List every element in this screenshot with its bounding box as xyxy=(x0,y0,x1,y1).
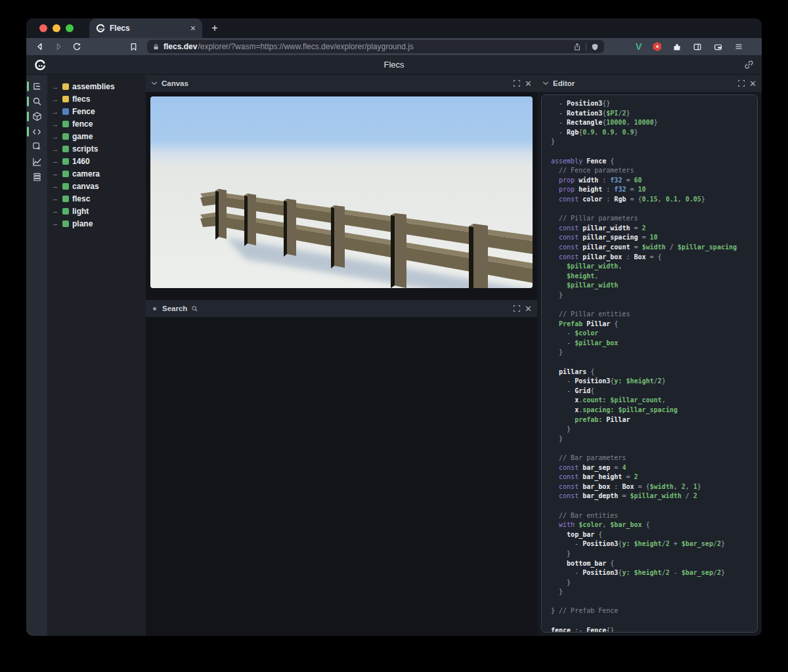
statistics-chart-icon[interactable] xyxy=(26,154,47,169)
chevron-down-icon[interactable] xyxy=(542,81,549,86)
new-tab-button[interactable]: + xyxy=(211,22,218,35)
entity-label: canvas xyxy=(72,182,99,191)
code-line: // Pillar parameters xyxy=(551,214,757,224)
tree-item-plane[interactable]: –plane xyxy=(47,217,146,230)
code-line: const bar_height = 2 xyxy=(551,472,757,482)
fullscreen-icon[interactable] xyxy=(513,79,521,87)
capture-cursor-icon[interactable] xyxy=(26,139,47,154)
bookmark-icon[interactable] xyxy=(126,43,141,51)
search-icon[interactable] xyxy=(26,94,47,109)
code-line: } xyxy=(551,137,757,147)
expand-arrow-icon[interactable]: → xyxy=(51,145,59,153)
collapsed-dot-icon[interactable] xyxy=(153,307,156,310)
leaf-dash-icon: – xyxy=(51,170,59,178)
url-bar[interactable]: flecs.dev /explorer/?wasm=https://www.fl… xyxy=(147,40,604,53)
code-line: } xyxy=(551,291,757,301)
tree-item-fence[interactable]: →fence xyxy=(47,117,146,130)
tab-flecs[interactable]: Flecs × xyxy=(89,18,202,38)
script-editor-icon[interactable] xyxy=(26,124,47,139)
inspector-cube-icon[interactable] xyxy=(26,109,47,124)
leaf-dash-icon: – xyxy=(51,195,59,203)
tree-item-flesc[interactable]: –flesc xyxy=(47,192,146,205)
entity-label: light xyxy=(72,207,89,216)
code-line: x.spacing: $pillar_spacing xyxy=(551,406,757,415)
flecs-favicon xyxy=(96,24,105,33)
extensions-puzzle-icon[interactable] xyxy=(672,42,682,51)
code-line: - Position3{y: $height/2} xyxy=(551,377,757,387)
code-line: const pillar_width = 2 xyxy=(551,224,757,234)
divider xyxy=(586,43,586,51)
tables-stack-icon[interactable] xyxy=(26,169,47,184)
tree-item-1460[interactable]: –1460 xyxy=(47,155,146,167)
share-icon[interactable] xyxy=(573,43,581,51)
canvas-column: Canvas ✕ xyxy=(146,75,537,636)
code-line: - Grid{ xyxy=(551,387,757,396)
entity-color-swatch xyxy=(62,183,69,190)
entity-color-swatch xyxy=(62,108,69,115)
code-line: with $color, $bar_box { xyxy=(551,520,757,530)
sidebar-toggle-icon[interactable] xyxy=(693,43,702,51)
3d-viewport[interactable] xyxy=(150,96,533,288)
forward-button[interactable] xyxy=(51,42,66,51)
code-line: const color : Rgb = {0.15, 0.1, 0.05} xyxy=(551,195,757,205)
code-editor[interactable]: - Position3{} - Rotation3{$PI/2} - Recta… xyxy=(541,94,758,633)
reload-button[interactable] xyxy=(70,42,84,51)
code-line xyxy=(551,597,757,607)
expand-arrow-icon[interactable]: → xyxy=(51,133,59,140)
entity-color-swatch xyxy=(62,121,69,127)
expand-arrow-icon[interactable]: → xyxy=(51,95,59,103)
wallet-icon[interactable] xyxy=(713,43,723,51)
share-link-icon[interactable] xyxy=(744,60,754,70)
code-line: - Position3{y: $height/2 + $bar_sep/2} xyxy=(551,539,757,549)
tree-item-camera[interactable]: –camera xyxy=(47,167,146,180)
fence-render xyxy=(150,96,533,288)
url-host: flecs.dev xyxy=(164,42,197,51)
tree-item-scripts[interactable]: →scripts xyxy=(47,142,146,155)
close-panel-icon[interactable]: ✕ xyxy=(525,304,532,314)
entity-label: flesc xyxy=(72,194,90,203)
expand-arrow-icon[interactable]: → xyxy=(51,120,59,128)
entity-label: assemblies xyxy=(72,82,115,91)
minimize-window-button[interactable] xyxy=(53,24,60,32)
entity-color-swatch xyxy=(62,133,69,140)
code-line: // Fence parameters xyxy=(551,166,757,176)
code-line: // Bar entities xyxy=(551,511,757,521)
entity-color-swatch xyxy=(62,158,69,165)
chevron-down-icon[interactable] xyxy=(151,81,158,86)
tree-item-canvas[interactable]: –canvas xyxy=(47,180,146,192)
expand-arrow-icon[interactable]: → xyxy=(51,108,59,116)
code-line: prop height : f32 = 10 xyxy=(551,185,757,195)
tree-item-assemblies[interactable]: →assemblies xyxy=(47,80,146,93)
code-line: } xyxy=(551,425,757,434)
entity-color-swatch xyxy=(62,196,69,202)
close-window-button[interactable] xyxy=(39,24,47,32)
brave-shield-icon[interactable] xyxy=(591,43,599,51)
entity-tree-icon[interactable] xyxy=(26,79,47,94)
fullscreen-icon[interactable] xyxy=(737,79,745,87)
close-panel-icon[interactable]: ✕ xyxy=(525,79,532,89)
browser-window: Flecs × + flecs.dev /explorer/?wasm=http… xyxy=(26,18,762,636)
tab-strip: Flecs × + xyxy=(26,18,762,38)
expand-arrow-icon[interactable]: → xyxy=(51,83,59,91)
entity-label: 1460 xyxy=(72,157,90,166)
code-line: - Position3{y: $height/2 - $bar_sep/2} xyxy=(551,568,757,578)
code-line: const pillar_count = $width / $pillar_sp… xyxy=(551,243,757,253)
close-panel-icon[interactable]: ✕ xyxy=(749,79,756,89)
tab-close-icon[interactable]: × xyxy=(190,23,196,33)
code-line xyxy=(551,358,757,368)
back-button[interactable] xyxy=(33,42,47,51)
search-panel-body xyxy=(146,317,537,636)
tree-item-Fence[interactable]: →Fence xyxy=(47,105,146,117)
tree-item-game[interactable]: →game xyxy=(47,130,146,142)
code-line: bottom_bar { xyxy=(551,559,757,569)
fullscreen-icon[interactable] xyxy=(513,304,521,312)
tree-item-flecs[interactable]: →flecs xyxy=(47,93,146,105)
code-line: pillars { xyxy=(551,368,757,377)
code-line: - $pillar_box xyxy=(551,339,757,348)
tree-item-light[interactable]: –light xyxy=(47,205,146,217)
vue-devtools-icon[interactable]: V xyxy=(636,41,642,52)
zoom-window-button[interactable] xyxy=(66,24,74,32)
menu-hamburger-icon[interactable] xyxy=(734,43,743,51)
entity-label: Fence xyxy=(72,107,95,116)
extension-hex-icon[interactable] xyxy=(653,42,661,51)
